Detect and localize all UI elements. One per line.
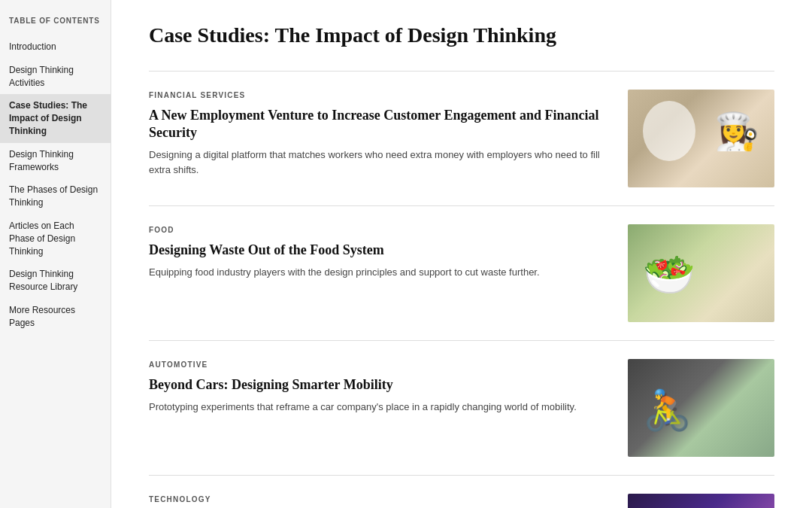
card-category-financial: FINANCIAL SERVICES — [149, 90, 605, 101]
card-image-visual-automotive — [628, 359, 774, 457]
case-study-card-financial[interactable]: FINANCIAL SERVICESA New Employment Ventu… — [149, 71, 774, 205]
case-study-card-automotive[interactable]: AUTOMOTIVEBeyond Cars: Designing Smarter… — [149, 340, 774, 475]
card-text-automotive: AUTOMOTIVEBeyond Cars: Designing Smarter… — [149, 359, 605, 415]
card-title-financial[interactable]: A New Employment Venture to Increase Cus… — [149, 107, 605, 142]
case-study-card-technology[interactable]: TECHNOLOGYHelping a Technology Brand Con… — [149, 475, 774, 508]
card-text-food: FOODDesigning Waste Out of the Food Syst… — [149, 224, 605, 280]
sidebar-item-case-studies[interactable]: Case Studies: The Impact of Design Think… — [0, 94, 111, 142]
card-image-technology — [628, 494, 774, 508]
card-image-financial — [628, 90, 774, 187]
sidebar-item-introduction[interactable]: Introduction — [0, 35, 111, 59]
sidebar-item-design-thinking-frameworks[interactable]: Design Thinking Frameworks — [0, 143, 111, 179]
card-image-automotive — [628, 359, 774, 457]
card-text-technology: TECHNOLOGYHelping a Technology Brand Con… — [149, 494, 605, 508]
sidebar-item-resource-library[interactable]: Design Thinking Resource Library — [0, 263, 111, 299]
card-description-food: Equipping food industry players with the… — [149, 265, 605, 280]
card-title-food[interactable]: Designing Waste Out of the Food System — [149, 242, 605, 259]
card-description-automotive: Prototyping experiments that reframe a c… — [149, 400, 605, 415]
card-image-food — [628, 224, 774, 322]
sidebar-item-phases-design-thinking[interactable]: The Phases of Design Thinking — [0, 178, 111, 214]
card-category-technology: TECHNOLOGY — [149, 494, 605, 505]
card-category-automotive: AUTOMOTIVE — [149, 359, 605, 370]
case-studies-list: FINANCIAL SERVICESA New Employment Ventu… — [149, 71, 774, 508]
card-category-food: FOOD — [149, 224, 605, 236]
card-image-visual-financial — [628, 90, 774, 187]
case-study-card-food[interactable]: FOODDesigning Waste Out of the Food Syst… — [149, 205, 774, 340]
card-text-financial: FINANCIAL SERVICESA New Employment Ventu… — [149, 90, 605, 178]
toc-heading: TABLE OF CONTENTS — [0, 15, 111, 35]
sidebar-item-articles-each-phase[interactable]: Articles on Each Phase of Design Thinkin… — [0, 214, 111, 263]
card-image-visual-food — [628, 224, 774, 322]
sidebar: TABLE OF CONTENTS IntroductionDesign Thi… — [0, 0, 111, 508]
main-content: Case Studies: The Impact of Design Think… — [111, 0, 812, 508]
card-title-automotive[interactable]: Beyond Cars: Designing Smarter Mobility — [149, 376, 605, 394]
card-image-visual-technology — [628, 494, 774, 508]
page-title: Case Studies: The Impact of Design Think… — [149, 23, 774, 48]
sidebar-item-design-thinking-activities[interactable]: Design Thinking Activities — [0, 59, 111, 95]
card-description-financial: Designing a digital platform that matche… — [149, 148, 605, 177]
sidebar-item-more-resources[interactable]: More Resources Pages — [0, 299, 111, 335]
